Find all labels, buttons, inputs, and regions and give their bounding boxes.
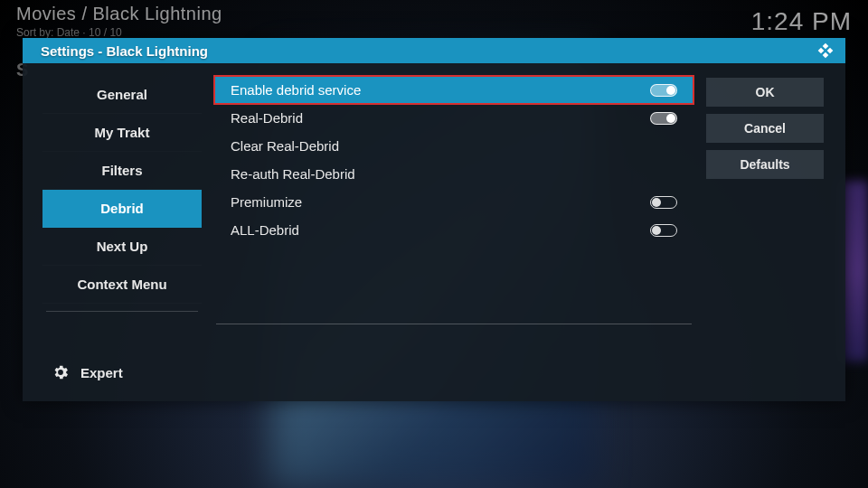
dialog-header: Settings - Black Lightning [23, 38, 845, 63]
sidebar-item-context-menu[interactable]: Context Menu [42, 266, 202, 304]
option-enable-debrid-service[interactable]: Enable debrid service [214, 76, 693, 104]
option-clear-real-debrid[interactable]: Clear Real-Debrid [214, 132, 693, 160]
sidebar-item-label: Debrid [100, 201, 144, 216]
option-label: Re-auth Real-Debrid [231, 166, 355, 182]
sidebar-item-next-up[interactable]: Next Up [42, 228, 202, 266]
clock: 1:24 PM [751, 4, 852, 36]
sidebar-divider [46, 311, 198, 312]
cancel-button[interactable]: Cancel [706, 114, 824, 143]
kodi-logo-icon [816, 42, 835, 60]
topbar: Movies / Black Lightning Sort by: Date ·… [0, 0, 868, 39]
option-label: Real-Debrid [231, 110, 303, 126]
gear-icon [52, 363, 70, 381]
sort-line: Sort by: Date · 10 / 10 [16, 26, 222, 39]
option-label: Enable debrid service [231, 82, 361, 98]
option-label: ALL-Debrid [231, 222, 299, 238]
option-premiumize[interactable]: Premiumize [214, 188, 693, 216]
option-all-debrid[interactable]: ALL-Debrid [214, 216, 693, 244]
toggle-icon [650, 196, 677, 209]
defaults-button[interactable]: Defaults [706, 150, 824, 179]
sidebar-item-label: Context Menu [77, 277, 166, 292]
toggle-icon [650, 112, 677, 125]
button-label: Cancel [744, 121, 786, 136]
sidebar-item-general[interactable]: General [42, 76, 202, 114]
button-label: Defaults [740, 157, 789, 172]
settings-dialog: Settings - Black Lightning General My Tr… [23, 38, 845, 401]
action-column: OK Cancel Defaults [706, 76, 824, 385]
breadcrumb: Movies / Black Lightning [16, 4, 222, 24]
dialog-title: Settings - Black Lightning [41, 43, 208, 59]
options-divider [216, 324, 692, 324]
ok-button[interactable]: OK [706, 78, 824, 107]
settings-level-button[interactable]: Expert [42, 356, 202, 385]
toggle-icon [650, 84, 677, 97]
sidebar-item-my-trakt[interactable]: My Trakt [42, 114, 202, 152]
option-reauth-real-debrid[interactable]: Re-auth Real-Debrid [214, 160, 693, 188]
options-panel: Enable debrid service Real-Debrid Clear … [214, 76, 693, 385]
toggle-icon [650, 224, 677, 237]
sidebar-item-label: My Trakt [95, 125, 150, 140]
button-label: OK [756, 85, 775, 99]
option-label: Premiumize [231, 194, 302, 210]
sidebar-item-label: Filters [101, 163, 142, 178]
sidebar-item-debrid[interactable]: Debrid [42, 190, 202, 228]
sidebar-item-filters[interactable]: Filters [42, 152, 202, 190]
category-sidebar: General My Trakt Filters Debrid Next Up … [42, 76, 202, 385]
option-label: Clear Real-Debrid [231, 138, 339, 154]
sidebar-item-label: Next Up [97, 239, 148, 254]
option-real-debrid[interactable]: Real-Debrid [214, 104, 693, 132]
settings-level-label: Expert [80, 365, 123, 380]
sidebar-item-label: General [97, 87, 147, 102]
